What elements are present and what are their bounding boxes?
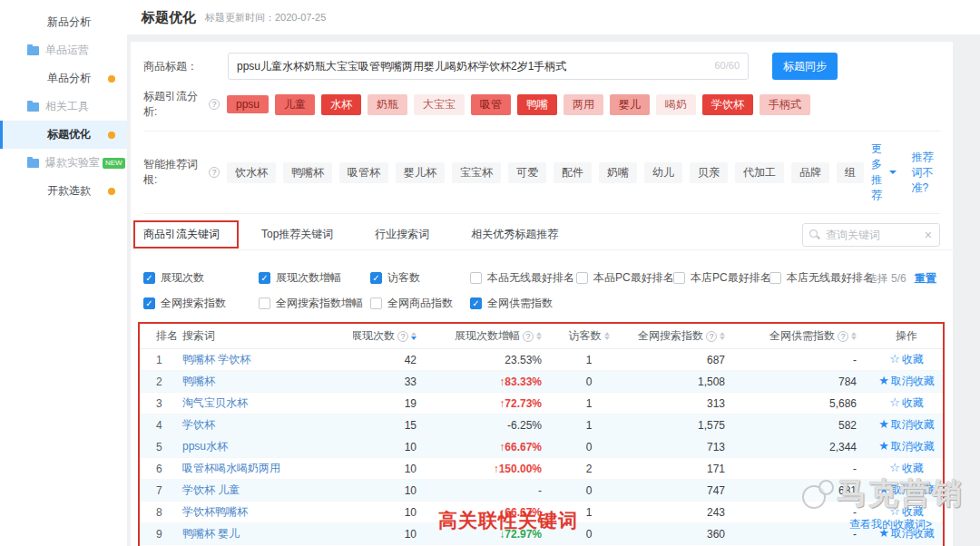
filter-checkbox[interactable]: 本品PC最好排名 (576, 270, 673, 286)
search-term-link[interactable]: 鸭嘴杯 (182, 375, 215, 387)
sidebar-item[interactable]: 新品运营 (0, 0, 127, 8)
sort-icon[interactable] (604, 332, 610, 340)
column-header[interactable]: 展现次数增幅 (430, 328, 553, 344)
column-header[interactable]: 访客数 (553, 328, 625, 344)
tab-item[interactable]: Top推荐关键词 (261, 227, 333, 242)
cell-term: 鸭嘴杯 婴儿 (181, 526, 353, 541)
sidebar-item[interactable]: 相关工具 (0, 93, 127, 121)
favorite-button[interactable]: ☆收藏 (889, 396, 924, 409)
recommend-word[interactable]: 组 (837, 162, 864, 183)
search-term-link[interactable]: 吸管杯喝水喝奶两用 (182, 462, 280, 474)
filter-label: 本店无线最好排名 (787, 270, 874, 286)
sort-icon[interactable] (536, 332, 542, 340)
recommend-word[interactable]: 饮水杯 (227, 162, 276, 183)
filter-checkbox[interactable]: 展现次数 (143, 270, 259, 286)
smart-words-label-wrap: 智能推荐词根: (143, 157, 220, 188)
checkbox-icon[interactable] (470, 272, 482, 284)
sidebar-item[interactable]: 爆款实验室NEW (0, 149, 127, 177)
sidebar-item[interactable]: 单品运营 (0, 36, 127, 64)
checkbox-checked-icon[interactable] (143, 297, 155, 309)
recommend-word[interactable]: 配件 (554, 162, 592, 183)
recommend-word[interactable]: 婴儿杯 (396, 162, 445, 183)
favorite-button[interactable]: ★取消收藏 (878, 483, 935, 496)
search-term-link[interactable]: 学饮杯 儿童 (182, 483, 240, 496)
title-keyword-tag: 手柄式 (760, 94, 810, 115)
search-term-link[interactable]: 学饮杯鸭嘴杯 (182, 505, 248, 518)
checkbox-checked-icon[interactable] (470, 297, 482, 309)
search-term-link[interactable]: 淘气宝贝水杯 (182, 396, 248, 409)
recommend-word[interactable]: 奶嘴 (599, 162, 637, 183)
reset-link[interactable]: 重置 (915, 272, 936, 285)
recommend-word[interactable]: 吸管杯 (339, 162, 388, 183)
help-icon[interactable] (523, 331, 534, 342)
search-term-link[interactable]: 鸭嘴杯 婴儿 (182, 527, 240, 540)
favorite-label: 收藏 (902, 353, 924, 366)
recommend-word[interactable]: 鸭嘴杯 (283, 162, 332, 183)
notification-dot-icon (108, 75, 115, 83)
keyword-search-input[interactable] (826, 229, 917, 241)
filter-checkbox[interactable]: 访客数 (370, 270, 470, 286)
favorite-button[interactable]: ★取消收藏 (878, 375, 935, 387)
checkbox-icon[interactable] (259, 297, 270, 309)
sort-icon[interactable] (851, 332, 857, 340)
column-label: 展现次数 (353, 328, 395, 344)
sidebar-item[interactable]: 单品分析 (0, 64, 127, 93)
cell-impressions: 10 (353, 463, 430, 475)
favorite-button[interactable]: ☆收藏 (889, 505, 924, 518)
favorite-button[interactable]: ☆收藏 (889, 462, 924, 474)
growth-value: - (538, 484, 542, 497)
help-icon[interactable] (209, 99, 220, 110)
checkbox-checked-icon[interactable] (370, 272, 382, 284)
inaccurate-words-link[interactable]: 推荐词不准? (911, 150, 940, 196)
clear-icon[interactable]: × (925, 228, 932, 242)
help-icon[interactable] (838, 331, 848, 342)
column-header[interactable]: 展现次数 (353, 328, 430, 344)
more-recommend-link[interactable]: 更多推荐 (871, 141, 897, 203)
recommend-word[interactable]: 宝宝杯 (452, 162, 501, 183)
favorite-button[interactable]: ☆收藏 (889, 353, 924, 366)
filter-checkbox[interactable]: 本店PC最好排名 (673, 270, 769, 286)
help-icon[interactable] (397, 331, 408, 342)
title-sync-button[interactable]: 标题同步 (772, 53, 838, 80)
recommend-word[interactable]: 贝亲 (690, 162, 728, 183)
sort-asc-icon (411, 332, 416, 336)
cell-growth: ↑150.00% (430, 463, 553, 475)
checkbox-icon[interactable] (769, 272, 781, 284)
favorite-label: 取消收藏 (891, 418, 935, 431)
recommend-word[interactable]: 可爱 (508, 162, 546, 183)
filter-checkbox[interactable]: 全网供需指数 (470, 296, 576, 311)
tab-item[interactable]: 相关优秀标题推荐 (471, 227, 558, 242)
recommend-word[interactable]: 品牌 (791, 162, 829, 183)
checkbox-checked-icon[interactable] (259, 272, 270, 284)
product-title-input[interactable] (228, 53, 749, 80)
checkbox-icon[interactable] (370, 297, 382, 309)
recommend-word[interactable]: 幼儿 (644, 162, 682, 183)
favorite-button[interactable]: ★取消收藏 (878, 418, 935, 431)
sort-icon[interactable] (411, 332, 416, 340)
table-row: 6吸管杯喝水喝奶两用10↑150.00%2171-☆收藏 (140, 458, 943, 480)
column-header[interactable]: 全网供需指数 (743, 328, 870, 344)
checkbox-icon[interactable] (673, 272, 685, 284)
filter-checkbox[interactable]: 展现次数增幅 (259, 270, 370, 286)
sidebar-item[interactable]: 开款选款 (0, 177, 127, 205)
help-icon[interactable] (706, 331, 717, 342)
sidebar-item[interactable]: 标题优化 (0, 121, 127, 149)
favorite-button[interactable]: ★取消收藏 (878, 440, 935, 453)
column-header[interactable]: 全网搜索指数 (625, 328, 743, 344)
search-term-link[interactable]: 鸭嘴杯 学饮杯 (182, 353, 250, 366)
checkbox-checked-icon[interactable] (143, 272, 155, 284)
filter-checkbox[interactable]: 全网搜索指数增幅 (259, 296, 370, 311)
tab-item[interactable]: 行业搜索词 (375, 227, 429, 242)
help-icon[interactable] (209, 167, 220, 178)
view-favorites-link[interactable]: 查看我的收藏词> (849, 517, 932, 532)
search-term-link[interactable]: ppsu水杯 (182, 440, 228, 453)
filter-checkbox[interactable]: 本品无线最好排名 (470, 270, 576, 286)
sidebar-item[interactable]: 新品分析 (0, 8, 127, 36)
tab-active[interactable]: 商品引流关键词 (143, 227, 220, 242)
checkbox-icon[interactable] (576, 272, 588, 284)
filter-checkbox[interactable]: 全网搜索指数 (143, 296, 259, 311)
filter-checkbox[interactable]: 全网商品指数 (370, 296, 470, 311)
recommend-word[interactable]: 代加工 (735, 162, 784, 183)
search-term-link[interactable]: 学饮杯 (182, 418, 215, 431)
sort-icon[interactable] (720, 332, 725, 340)
